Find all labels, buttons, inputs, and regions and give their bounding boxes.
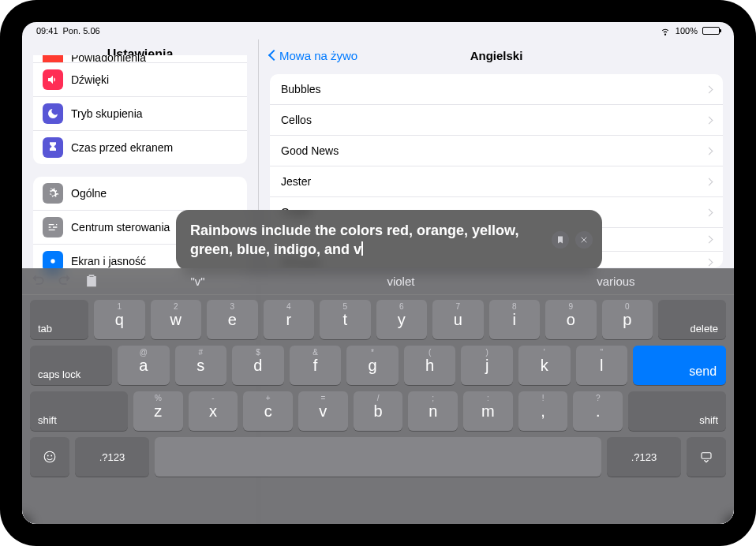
back-button[interactable]: Mowa na żywo — [270, 49, 357, 62]
key-i[interactable]: 8i — [489, 300, 541, 339]
shift-right-key[interactable]: shift — [628, 391, 726, 431]
voice-label: Good News — [281, 144, 339, 157]
wifi-icon — [660, 25, 671, 36]
key-t[interactable]: 5t — [320, 300, 371, 339]
close-button[interactable] — [575, 231, 593, 249]
key-v[interactable]: =v — [298, 391, 348, 431]
live-speech-input[interactable]: Rainbows include the colors red, orange,… — [176, 210, 602, 271]
key-s[interactable]: #s — [175, 346, 227, 385]
key-a[interactable]: @a — [118, 346, 170, 385]
key-sublabel: = — [320, 394, 325, 402]
space-key[interactable] — [155, 437, 601, 477]
key-label: a — [139, 357, 148, 375]
key-label: s — [196, 357, 204, 375]
ipad-frame: 09:41 Pon. 5.06 100% Ustawienia — [0, 0, 756, 546]
sidebar-item-label: Dźwięki — [71, 73, 109, 86]
key-sublabel: ( — [429, 348, 431, 357]
moon-icon — [43, 103, 63, 124]
keyboard-toolbar: "v" violet various — [22, 268, 734, 295]
voice-item-jester[interactable]: Jester — [270, 166, 723, 197]
send-key[interactable]: send — [633, 346, 726, 385]
delete-key[interactable]: delete — [658, 300, 726, 339]
tab-key[interactable]: tab — [30, 300, 88, 339]
key-e[interactable]: 3e — [207, 300, 258, 339]
live-speech-text: Rainbows include the colors red, orange,… — [190, 223, 518, 257]
key-k[interactable]: 'k — [518, 346, 571, 385]
key-label: w — [170, 311, 182, 329]
key-h[interactable]: (h — [404, 346, 456, 385]
key-sublabel: 8 — [512, 302, 517, 311]
numbers-key-right[interactable]: .?123 — [607, 437, 681, 477]
key-p[interactable]: 0p — [602, 300, 653, 339]
key-label: m — [481, 402, 495, 421]
shift-left-key[interactable]: shift — [30, 391, 128, 431]
key-o[interactable]: 9o — [545, 300, 597, 339]
key-label: g — [368, 357, 376, 375]
key-label: p — [623, 311, 631, 329]
dismiss-keyboard-key[interactable] — [687, 437, 726, 477]
chevron-left-icon — [268, 50, 279, 61]
key-j[interactable]: )j — [461, 346, 513, 385]
numbers-key-left[interactable]: .?123 — [75, 437, 149, 477]
bookmark-button[interactable] — [552, 231, 569, 249]
key-.[interactable]: ?. — [573, 391, 623, 431]
key-label: k — [541, 357, 548, 375]
key-label: x — [209, 402, 217, 421]
voice-label: Cellos — [281, 114, 312, 126]
key-sublabel: @ — [140, 348, 148, 357]
key-y[interactable]: 6y — [376, 300, 428, 339]
clipboard-button[interactable] — [84, 272, 99, 291]
sidebar-item-sounds[interactable]: Dźwięki — [33, 63, 247, 97]
suggestion-1[interactable]: "v" — [176, 271, 219, 291]
key-w[interactable]: 2w — [151, 300, 202, 339]
key-q[interactable]: 1q — [94, 300, 145, 339]
voice-item-bubbles[interactable]: Bubbles — [270, 74, 723, 105]
key-z[interactable]: %z — [133, 391, 183, 431]
key-,[interactable]: !, — [518, 391, 568, 431]
key-c[interactable]: +c — [243, 391, 293, 431]
key-label: r — [286, 311, 291, 329]
key-sublabel: 0 — [625, 302, 630, 311]
key-l[interactable]: "l — [576, 346, 628, 385]
key-label: d — [253, 357, 262, 375]
sidebar-item-screentime[interactable]: Czas przed ekranem — [33, 131, 247, 164]
nav-bar: Mowa na żywo Angielski — [259, 39, 734, 71]
key-d[interactable]: $d — [232, 346, 284, 385]
key-u[interactable]: 7u — [432, 300, 484, 339]
key-x[interactable]: -x — [189, 391, 238, 431]
chevron-right-icon — [705, 258, 713, 266]
sidebar-item-label: Ogólne — [71, 187, 107, 200]
sidebar-item-general[interactable]: Ogólne — [33, 177, 247, 211]
back-label: Mowa na żywo — [279, 49, 357, 62]
suggestion-2[interactable]: violet — [372, 271, 429, 291]
chevron-right-icon — [705, 236, 713, 244]
redo-button[interactable] — [57, 272, 73, 291]
voice-item-cellos[interactable]: Cellos — [270, 105, 723, 136]
sidebar-item-notifications[interactable]: Powiadomienia — [33, 55, 247, 63]
key-label: l — [600, 357, 603, 375]
status-time: 09:41 — [36, 26, 58, 36]
key-label: f — [313, 357, 318, 375]
key-f[interactable]: &f — [290, 346, 342, 385]
bell-icon — [43, 55, 63, 63]
key-label: u — [454, 311, 462, 329]
capslock-key[interactable]: caps lock — [30, 346, 112, 385]
undo-button[interactable] — [30, 272, 46, 291]
key-label: c — [264, 402, 272, 421]
key-label: n — [429, 402, 437, 421]
speaker-icon — [43, 69, 63, 90]
key-n[interactable]: ;n — [408, 391, 458, 431]
voice-item-goodnews[interactable]: Good News — [270, 136, 723, 166]
suggestion-3[interactable]: various — [582, 271, 649, 291]
emoji-key[interactable] — [30, 437, 69, 477]
sidebar-item-focus[interactable]: Tryb skupienia — [33, 97, 247, 131]
sidebar-item-label: Powiadomienia — [71, 55, 146, 63]
key-m[interactable]: :m — [463, 391, 513, 431]
key-b[interactable]: /b — [354, 391, 403, 431]
key-label: t — [342, 311, 347, 329]
key-sublabel: : — [487, 394, 489, 402]
key-g[interactable]: *g — [346, 346, 399, 385]
chevron-right-icon — [705, 208, 713, 216]
key-r[interactable]: 4r — [264, 300, 315, 339]
svg-point-1 — [44, 451, 55, 462]
